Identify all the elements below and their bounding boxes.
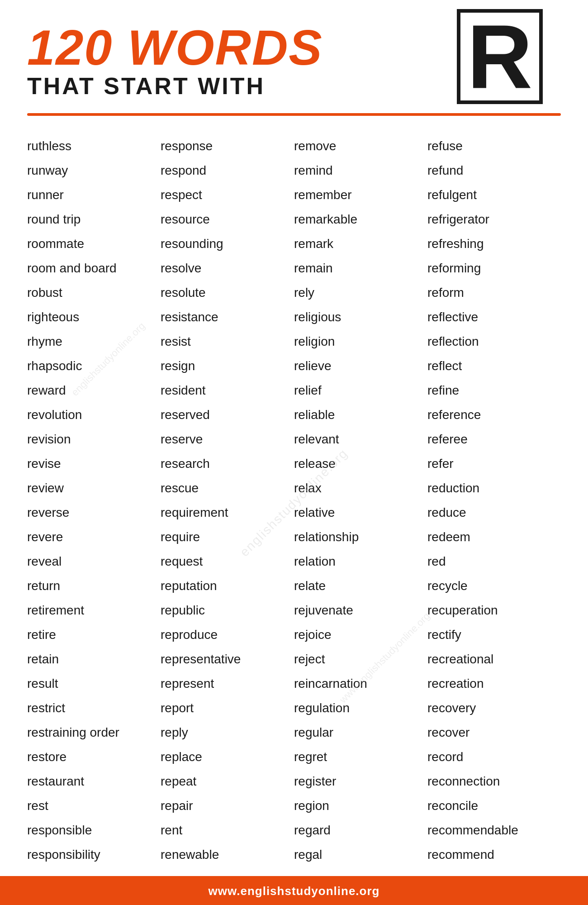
list-item: recover xyxy=(427,720,561,745)
list-item: robust xyxy=(27,281,161,305)
list-item: repeat xyxy=(161,769,294,794)
list-item: rhyme xyxy=(27,329,161,354)
list-item: relevant xyxy=(294,427,427,452)
list-item: resist xyxy=(161,329,294,354)
list-item: refuse xyxy=(427,134,561,158)
list-item: rely xyxy=(294,281,427,305)
list-item: remember xyxy=(294,183,427,207)
list-item: reduction xyxy=(427,476,561,500)
list-item: relationship xyxy=(294,525,427,549)
list-item: recovery xyxy=(427,696,561,720)
list-item: referee xyxy=(427,427,561,452)
list-item: remarkable xyxy=(294,207,427,232)
list-item: request xyxy=(161,549,294,574)
list-item: resolve xyxy=(161,256,294,281)
list-item: relate xyxy=(294,574,427,598)
title-block: 120 WORDS THAT START WITH xyxy=(27,23,323,100)
footer-text: www.englishstudyonline.org xyxy=(27,884,561,898)
list-item: recuperation xyxy=(427,598,561,623)
list-item: reincarnation xyxy=(294,672,427,696)
list-item: reputation xyxy=(161,574,294,598)
list-item: register xyxy=(294,769,427,794)
list-item: relieve xyxy=(294,354,427,378)
list-item: reliable xyxy=(294,403,427,427)
word-column-4: refuserefundrefulgentrefrigeratorrefresh… xyxy=(427,134,561,867)
list-item: resistance xyxy=(161,305,294,329)
list-item: refulgent xyxy=(427,183,561,207)
list-item: refreshing xyxy=(427,232,561,256)
list-item: representative xyxy=(161,647,294,672)
list-item: respond xyxy=(161,158,294,183)
list-item: restaurant xyxy=(27,769,161,794)
list-item: relax xyxy=(294,476,427,500)
list-item: reconnection xyxy=(427,769,561,794)
list-item: recommendable xyxy=(427,818,561,843)
list-item: renewable xyxy=(161,843,294,867)
list-item: relation xyxy=(294,549,427,574)
title-line1: 120 WORDS xyxy=(27,23,323,72)
list-item: regard xyxy=(294,818,427,843)
list-item: report xyxy=(161,696,294,720)
list-item: represent xyxy=(161,672,294,696)
list-item: revolution xyxy=(27,403,161,427)
list-item: reflect xyxy=(427,354,561,378)
word-column-1: ruthlessrunwayrunnerround triproommatero… xyxy=(27,134,161,867)
list-item: relief xyxy=(294,378,427,403)
list-item: reforming xyxy=(427,256,561,281)
list-item: rest xyxy=(27,794,161,818)
list-item: redeem xyxy=(427,525,561,549)
list-item: retain xyxy=(27,647,161,672)
list-item: release xyxy=(294,452,427,476)
list-item: recommend xyxy=(427,843,561,867)
list-item: require xyxy=(161,525,294,549)
list-item: rent xyxy=(161,818,294,843)
list-item: resident xyxy=(161,378,294,403)
list-item: reduce xyxy=(427,500,561,525)
list-item: rhapsodic xyxy=(27,354,161,378)
list-item: reply xyxy=(161,720,294,745)
list-item: restrict xyxy=(27,696,161,720)
list-item: religion xyxy=(294,329,427,354)
list-item: revision xyxy=(27,427,161,452)
list-item: refine xyxy=(427,378,561,403)
list-item: recreational xyxy=(427,647,561,672)
list-item: restore xyxy=(27,745,161,769)
big-letter: R xyxy=(457,9,543,104)
list-item: responsible xyxy=(27,818,161,843)
list-item: reveal xyxy=(27,549,161,574)
list-item: result xyxy=(27,672,161,696)
footer: www.englishstudyonline.org xyxy=(0,876,588,905)
list-item: refrigerator xyxy=(427,207,561,232)
list-item: religious xyxy=(294,305,427,329)
list-item: recycle xyxy=(427,574,561,598)
list-item: research xyxy=(161,452,294,476)
list-item: restraining order xyxy=(27,720,161,745)
word-grid: englishstudyonline.org englishstudyonlin… xyxy=(0,129,588,876)
title-line2: THAT START WITH xyxy=(27,72,323,100)
list-item: round trip xyxy=(27,207,161,232)
list-item: roommate xyxy=(27,232,161,256)
list-item: righteous xyxy=(27,305,161,329)
word-column-2: responserespondrespectresourceresounding… xyxy=(161,134,294,867)
list-item: return xyxy=(27,574,161,598)
list-item: room and board xyxy=(27,256,161,281)
list-item: rejuvenate xyxy=(294,598,427,623)
list-item: resounding xyxy=(161,232,294,256)
list-item: red xyxy=(427,549,561,574)
list-item: responsibility xyxy=(27,843,161,867)
list-item: reproduce xyxy=(161,623,294,647)
list-item: replace xyxy=(161,745,294,769)
list-item: ruthless xyxy=(27,134,161,158)
list-item: requirement xyxy=(161,500,294,525)
list-item: revise xyxy=(27,452,161,476)
list-item: reform xyxy=(427,281,561,305)
list-item: region xyxy=(294,794,427,818)
list-item: reflective xyxy=(427,305,561,329)
list-item: rectify xyxy=(427,623,561,647)
list-item: remove xyxy=(294,134,427,158)
list-item: reject xyxy=(294,647,427,672)
list-item: retirement xyxy=(27,598,161,623)
list-item: regulation xyxy=(294,696,427,720)
list-item: remain xyxy=(294,256,427,281)
list-item: reflection xyxy=(427,329,561,354)
